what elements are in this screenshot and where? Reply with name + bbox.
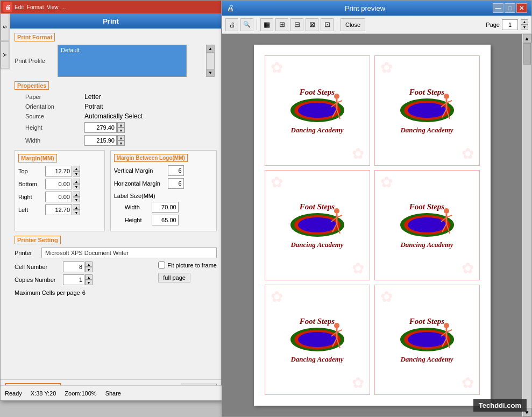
dialog-title: Print xyxy=(103,17,119,25)
grid2-btn[interactable]: ⊞ xyxy=(275,18,288,31)
svg-line-29 xyxy=(337,338,340,348)
page-number-input[interactable] xyxy=(502,19,518,30)
height-up[interactable]: ▲ xyxy=(117,122,125,128)
svg-point-24 xyxy=(334,323,339,328)
scrollbar-down-btn[interactable]: ▼ xyxy=(207,69,214,76)
max-cells-label: Maximum Cells per page xyxy=(15,289,80,296)
logo-card-2: ✿ ✿ Foot Steps xyxy=(374,55,480,166)
search-toolbar-btn[interactable]: 🔍 xyxy=(240,18,253,31)
copies-down[interactable]: ▼ xyxy=(85,280,93,285)
width-down[interactable]: ▼ xyxy=(117,140,125,146)
printer-toolbar-btn[interactable]: 🖨 xyxy=(225,18,238,31)
preview-window: 🖨 Print preview — □ ✕ 🖨 🔍 ▦ ⊞ ⊟ ⊠ ⊡ Clos… xyxy=(222,0,532,417)
label-height-input[interactable] xyxy=(152,215,179,225)
maximize-button[interactable]: □ xyxy=(505,3,515,13)
height-row: Height 279.40 ▲ ▼ xyxy=(15,122,217,133)
side-tab-s[interactable]: S xyxy=(1,29,9,40)
vertical-margin-label: Vertical Margin xyxy=(114,167,168,174)
cell-down[interactable]: ▼ xyxy=(85,267,93,272)
horizontal-margin-input[interactable] xyxy=(168,178,184,189)
logo-card-3: ✿ ✿ Foot Steps xyxy=(265,170,370,280)
svg-line-4 xyxy=(332,109,337,117)
label-width-input[interactable] xyxy=(152,202,179,213)
app-titlebar: 🖨 Edit Format View ... xyxy=(1,1,221,13)
scrollbar-up-btn[interactable]: ▲ xyxy=(207,45,214,53)
top-down[interactable]: ▼ xyxy=(73,171,80,176)
profile-selected[interactable]: Default xyxy=(59,46,185,54)
right-down[interactable]: ▼ xyxy=(73,197,80,202)
close-window-button[interactable]: ✕ xyxy=(516,3,527,13)
height-spinner[interactable]: 279.40 ▲ ▼ xyxy=(84,122,125,133)
grid4-btn[interactable]: ⊠ xyxy=(306,18,318,31)
paper-value: Letter xyxy=(84,93,101,101)
width-up[interactable]: ▲ xyxy=(117,135,125,140)
grid3-btn[interactable]: ⊟ xyxy=(290,18,303,31)
preview-content: ✿ ✿ Foot Steps xyxy=(222,34,531,416)
minimize-button[interactable]: — xyxy=(493,3,503,13)
page-up-btn[interactable]: ▲ xyxy=(521,19,528,25)
bottom-input[interactable] xyxy=(45,179,72,189)
preview-icon: 🖨 xyxy=(226,4,234,12)
watermark-9: ✿ xyxy=(271,288,283,306)
margin-section: Margin(MM) Top ▲ ▼ Bottom xyxy=(15,150,105,231)
preview-scroll[interactable]: ✿ ✿ Foot Steps xyxy=(222,34,522,416)
status-coords: X:38 Y:20 xyxy=(31,390,56,397)
right-up[interactable]: ▲ xyxy=(73,192,80,197)
top-up[interactable]: ▲ xyxy=(73,166,80,171)
logo-bottom-2: Dancing Academy xyxy=(400,126,453,135)
app-logo: 🖨 xyxy=(3,2,12,12)
paper-label: Paper xyxy=(25,94,84,100)
copies-up[interactable]: ▲ xyxy=(85,274,93,280)
copies-input[interactable] xyxy=(63,274,84,285)
left-down[interactable]: ▼ xyxy=(73,210,80,215)
width-spinner[interactable]: 215.90 ▲ ▼ xyxy=(84,135,125,146)
paper-row: Paper Letter xyxy=(15,93,217,101)
grid1-btn[interactable]: ▦ xyxy=(260,18,273,31)
ellipse-group-1 xyxy=(290,98,344,124)
top-row: Top ▲ ▼ xyxy=(18,166,101,176)
svg-line-17 xyxy=(337,224,340,234)
print-profile-listbox[interactable]: Default xyxy=(58,45,187,77)
vertical-margin-input[interactable] xyxy=(168,165,184,176)
bottom-label: Bottom xyxy=(18,181,45,187)
bottom-up[interactable]: ▲ xyxy=(73,179,80,184)
print-format-section: Print Format Print Profile Default ▲ ▼ xyxy=(15,33,217,77)
preview-scrollbar: ▲ ▼ xyxy=(522,34,531,416)
cell-number-input[interactable] xyxy=(63,261,84,272)
top-spinner[interactable]: ▲ ▼ xyxy=(45,166,80,176)
cell-number-row: Cell Number ▲ ▼ xyxy=(15,261,153,272)
fit-picture-checkbox[interactable] xyxy=(158,261,165,268)
svg-line-35 xyxy=(446,338,450,348)
watermark-8: ✿ xyxy=(462,259,474,277)
width-input[interactable]: 215.90 xyxy=(84,135,117,146)
height-down[interactable]: ▼ xyxy=(117,128,125,133)
dancer-svg-4 xyxy=(438,208,455,238)
left-input[interactable] xyxy=(45,204,72,215)
printer-name-text: Microsoft XPS Document Writer xyxy=(45,250,129,256)
top-input[interactable] xyxy=(45,166,72,176)
toolbar-sep1 xyxy=(257,19,257,30)
copies-row: Copies Number ▲ ▼ xyxy=(15,274,153,285)
bottom-down[interactable]: ▼ xyxy=(73,184,80,189)
dialog-content: Print Format Print Profile Default ▲ ▼ xyxy=(10,29,221,379)
scroll-up-btn[interactable]: ▲ xyxy=(523,34,531,43)
page-down-btn[interactable]: ▼ xyxy=(521,25,528,30)
right-input[interactable] xyxy=(45,192,72,202)
cell-up[interactable]: ▲ xyxy=(85,261,93,267)
scroll-thumb[interactable] xyxy=(523,43,531,65)
left-up[interactable]: ▲ xyxy=(73,204,80,210)
side-tab-a[interactable]: A xyxy=(1,41,9,68)
orientation-label: Orientation xyxy=(25,103,84,110)
print-dialog: 🖨 Edit Format View ... Print S A Print F… xyxy=(0,0,222,401)
label-height-label: Height xyxy=(125,217,152,223)
close-toolbar-btn[interactable]: Close xyxy=(341,18,365,31)
watermark-6: ✿ xyxy=(352,259,364,277)
right-row: Right ▲ ▼ xyxy=(18,192,101,202)
full-page-button[interactable]: full page xyxy=(158,273,190,282)
height-label: Height xyxy=(25,124,84,131)
label-size-group: Label Size(MM) Width Height xyxy=(114,192,213,225)
height-input[interactable]: 279.40 xyxy=(84,122,117,133)
scroll-track[interactable] xyxy=(523,43,531,408)
logo-bottom-4: Dancing Academy xyxy=(400,241,453,249)
grid5-btn[interactable]: ⊡ xyxy=(321,18,334,31)
